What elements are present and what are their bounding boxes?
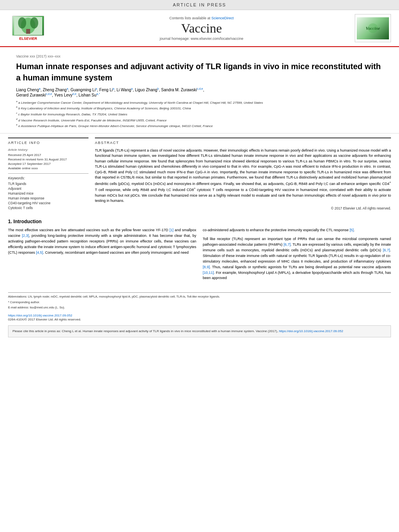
corresponding-note: * Corresponding author.: [8, 300, 391, 304]
body-right-col: co-administered adjuvants to enhance the…: [203, 228, 391, 284]
affil-e: e e Assistance Publique-Hôpitaux de Pari…: [16, 123, 383, 129]
science-direct-link[interactable]: ScienceDirect: [212, 16, 234, 20]
banner-text: ARTICLE IN PRESS: [173, 2, 226, 7]
affiliations: a a Lineberger Comprehensive Cancer Cent…: [16, 100, 383, 129]
issn-line: 0264-410X/© 2017 Elsevier Ltd. All right…: [8, 318, 391, 321]
cite-text: Please cite this article in press as: Ch…: [12, 329, 278, 333]
received-date: Received 25 April 2017: [8, 153, 88, 157]
elsevier-brand-text: ELSEVIER: [19, 37, 37, 41]
footer-links: https://doi.org/10.1016/j.vaccine.2017.0…: [0, 312, 399, 323]
abstract-box: ABSTRACT TLR ligands (TLR-Ls) represent …: [95, 138, 391, 210]
body-left-col: The most effective vaccines are live att…: [8, 228, 196, 284]
intro-heading: 1. Introduction: [8, 219, 391, 224]
ref-6-7b[interactable]: [6,7]: [383, 248, 390, 252]
authors-text: Liang Chenga, Zheng Zhanga, Guangming Li…: [16, 88, 204, 97]
ref-5b[interactable]: [5]: [350, 228, 354, 232]
ref-4-5[interactable]: [4,5]: [36, 251, 43, 255]
cite-doi-link[interactable]: https://doi.org/10.1016/j.vaccine.2017.0…: [279, 329, 343, 333]
keyword-4: Human innate response: [8, 196, 88, 200]
article-title-section: Vaccine xxx (2017) xxx–xxx Human innate …: [0, 47, 399, 134]
keywords-label: Keywords:: [8, 176, 88, 180]
keyword-3: Humanized mice: [8, 191, 88, 195]
history-label: Article history:: [8, 148, 88, 152]
ref-6-7[interactable]: [6,7]: [284, 242, 291, 246]
article-in-press-banner: ARTICLE IN PRESS: [0, 0, 399, 10]
article-info-column: ARTICLE INFO Article history: Received 2…: [8, 138, 88, 211]
copyright-line: © 2017 Elsevier Ltd. All rights reserved…: [95, 206, 391, 210]
body-right-para2: Toll like receptor (TLRs) represent an i…: [203, 236, 391, 281]
revised-date: Received in revised form 31 August 2017: [8, 158, 88, 161]
footnote-section: Abbreviations: LN, lymph node; mDC, myel…: [8, 292, 391, 310]
ref-8-9[interactable]: [8,9]: [203, 265, 210, 269]
keyword-2: Adjuvant: [8, 187, 88, 191]
main-body: 1. Introduction The most effective vacci…: [0, 215, 399, 288]
doi-link1[interactable]: https://doi.org/10.1016/j.vaccine.2017.0…: [8, 314, 391, 317]
svg-point-3: [30, 17, 38, 29]
article-info-heading: ARTICLE INFO: [8, 141, 88, 146]
ref-10-11[interactable]: [10,11]: [203, 271, 214, 275]
abstract-heading: ABSTRACT: [95, 141, 391, 146]
article-title: Human innate responses and adjuvant acti…: [16, 61, 383, 83]
cite-box: Please cite this article in press as: Ch…: [8, 325, 391, 337]
body-right-para1: co-administered adjuvants to enhance the…: [203, 228, 391, 233]
journal-header: ELSEVIER Contents lists available at Sci…: [0, 10, 399, 47]
body-two-col: The most effective vaccines are live att…: [8, 228, 391, 284]
affil-b: b b Key Laboratory of Infection and Immu…: [16, 105, 383, 111]
journal-title: Vaccine: [181, 21, 222, 36]
journal-homepage: journal homepage: www.elsevier.com/locat…: [160, 37, 243, 41]
abstract-column: ABSTRACT TLR ligands (TLR-Ls) represent …: [95, 138, 391, 211]
ref-2-3[interactable]: [2,3]: [22, 234, 29, 238]
vaccine-logo-image: Vaccine: [357, 17, 389, 39]
keyword-5: CD40-targeting HIV vaccine: [8, 201, 88, 205]
svg-rect-4: [26, 29, 30, 34]
authors-line: Liang Chenga, Zheng Zhanga, Guangming Li…: [16, 87, 383, 97]
vaccine-logo-box: Vaccine: [355, 14, 391, 42]
keyword-1: TLR ligands: [8, 182, 88, 186]
email-link[interactable]: lsu@med.unc.edu: [30, 306, 54, 309]
journal-center-header: Contents lists available at ScienceDirec…: [48, 16, 355, 41]
science-direct-line: Contents lists available at ScienceDirec…: [169, 16, 234, 20]
keywords-box: Keywords: TLR ligands Adjuvant Humanized…: [8, 173, 88, 210]
svg-point-2: [18, 17, 26, 29]
available-date: Available online xxxx: [8, 166, 88, 170]
abbreviations-note: Abbreviations: LN, lymph node; mDC, myel…: [8, 294, 391, 299]
email-note: E-mail address: lsu@med.unc.edu (L. Su).: [8, 305, 391, 310]
elsevier-logo: ELSEVIER: [8, 16, 48, 41]
ref-1[interactable]: [1]: [169, 228, 173, 232]
doi-line: Vaccine xxx (2017) xxx–xxx: [16, 54, 383, 58]
keyword-6: Cytotoxic T cells: [8, 206, 88, 210]
body-left-para1: The most effective vaccines are live att…: [8, 228, 196, 256]
article-info-abstract-section: ARTICLE INFO Article history: Received 2…: [0, 134, 399, 215]
affil-d: d d Vaccine Research Institute, Universi…: [16, 117, 383, 123]
elsevier-logo-image: [12, 16, 44, 36]
accepted-date: Accepted 17 September 2017: [8, 162, 88, 166]
affil-c: c c Baylor Institute for Immunology Rese…: [16, 111, 383, 117]
abstract-text: TLR ligands (TLR-Ls) represent a class o…: [95, 148, 391, 204]
article-info-box: ARTICLE INFO Article history: Received 2…: [8, 138, 88, 210]
page: ARTICLE IN PRESS ELSEVIER Conten: [0, 0, 399, 532]
svg-point-5: [368, 23, 378, 33]
affil-a: a a Lineberger Comprehensive Cancer Cent…: [16, 100, 383, 105]
